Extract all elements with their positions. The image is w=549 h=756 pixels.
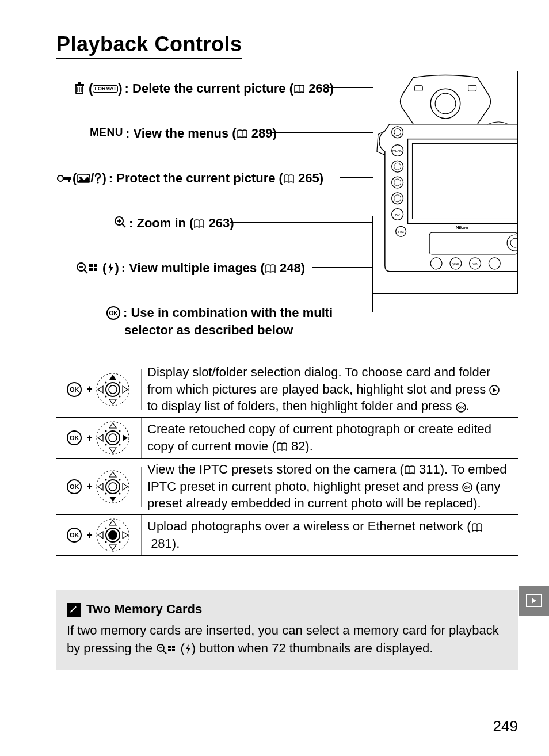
book-icon [193,219,205,228]
svg-marker-78 [109,423,116,428]
svg-marker-104 [109,520,116,525]
ok-combinations-table: OK + Display slot/folder selection dialo… [56,361,518,556]
svg-marker-107 [123,532,128,539]
book-icon [293,85,305,94]
page-number: 249 [493,717,518,735]
format-icon: FORMAT [93,85,118,93]
control-zoom-label: : Zoom in ( [129,216,193,230]
svg-point-95 [119,479,120,480]
combo-icons: OK + [56,515,142,555]
svg-point-83 [119,430,120,432]
svg-point-1 [435,93,456,114]
svg-marker-80 [98,434,103,441]
svg-point-108 [105,528,106,529]
svg-rect-31 [75,84,84,86]
multiselector-up-icon [95,372,131,407]
flash-icon [185,644,192,654]
callout-line [230,222,389,223]
svg-text:WB: WB [473,263,478,266]
svg-line-114 [163,650,166,654]
svg-point-89 [109,483,117,491]
question-icon [94,173,102,184]
svg-text:MENU: MENU [392,149,402,152]
svg-marker-79 [109,448,116,453]
multiselector-down-icon [95,469,131,505]
svg-point-62 [109,385,117,394]
svg-point-22 [430,258,442,269]
svg-marker-91 [109,497,116,502]
book-icon [283,174,295,184]
pageref: 311 [419,462,440,476]
table-row: OK + Upload photographs over a wireless … [56,515,518,556]
svg-marker-93 [123,483,128,490]
right-arrow-circle-icon [489,385,500,395]
svg-text:OK: OK [109,310,119,316]
combo-desc: View the IPTC presets stored on the came… [142,459,518,514]
ok-button-icon: OK [456,402,466,413]
page-title: Playback Controls [56,32,242,59]
svg-marker-65 [98,386,103,393]
svg-marker-92 [98,483,103,490]
svg-point-103 [108,530,117,540]
combo-desc: Display slot/folder selection dialog. To… [142,361,518,417]
note-pencil-icon [67,603,81,617]
book-icon [404,465,415,475]
note-box: Two Memory Cards If two memory cards are… [56,590,518,670]
ok-button-icon: OK [106,306,121,320]
pageref: 248 [280,261,301,275]
svg-point-94 [105,479,106,480]
control-zoom-in: : Zoom in ( 263) [114,216,234,231]
svg-point-43 [97,181,99,183]
svg-point-17 [394,195,401,202]
pageref: 263 [209,216,230,230]
camera-back-svg: Nikon MENU OK Fn3 [373,71,517,293]
pageref: 289 [251,126,273,140]
key-icon [56,173,73,184]
svg-point-84 [105,444,106,446]
svg-point-67 [105,381,106,383]
svg-point-61 [106,383,120,396]
menu-icon: MENU [90,126,123,139]
trash-icon [74,82,85,95]
svg-marker-105 [109,545,116,550]
control-menu-label: : View the menus ( [125,126,237,140]
combo-desc: Create retouched copy of current photogr… [142,418,518,457]
svg-point-76 [106,431,120,445]
book-icon [237,129,248,139]
multiselector-center-icon [95,517,131,553]
control-thumbnails: ( ) : View multiple images ( 248) [76,261,305,276]
playback-icon [526,594,542,607]
svg-text:OK: OK [458,406,464,410]
control-protect: ( / ) : Protect the current picture ( 26… [56,171,323,186]
svg-rect-32 [78,82,81,84]
book-icon [471,523,483,532]
svg-point-88 [106,480,120,494]
svg-point-77 [109,434,117,442]
svg-marker-106 [98,532,103,539]
svg-point-109 [119,528,120,529]
svg-marker-72 [493,388,497,392]
control-ok-multiselector: OK : Use in combination with the multi [106,306,333,320]
book-icon [265,264,276,273]
grid-icon [89,264,99,273]
control-ok-label-line2: selector as described below [124,323,293,338]
ok-button-icon: OK [67,479,82,494]
svg-marker-66 [123,386,128,393]
callout-line [270,132,389,133]
svg-text:OK: OK [464,486,470,490]
magnify-minus-icon [156,643,167,655]
svg-rect-3 [468,85,476,91]
svg-point-85 [119,444,120,446]
control-protect-label: : Protect the current picture ( [109,171,283,185]
flash-icon [106,262,115,274]
magnify-minus-icon [76,262,89,274]
svg-rect-53 [89,264,93,267]
svg-point-70 [119,395,120,397]
svg-rect-117 [172,646,175,648]
pageref: 268 [308,81,330,96]
ok-button-icon: OK [67,382,82,397]
svg-point-111 [119,541,120,543]
svg-line-46 [122,224,125,227]
picture-control-icon [77,173,90,184]
svg-rect-40 [68,177,70,182]
